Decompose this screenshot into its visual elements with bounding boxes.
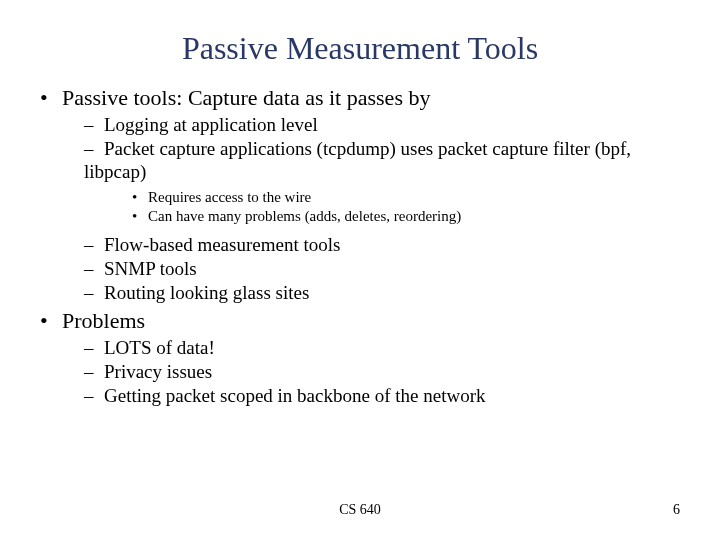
bullet-l2: Flow-based measurement tools	[84, 233, 680, 256]
bullet-l1: Passive tools: Capture data as it passes…	[40, 85, 680, 304]
sub-list: Logging at application level Packet capt…	[40, 113, 680, 304]
bullet-l2: Routing looking glass sites	[84, 281, 680, 304]
bullet-text: Logging at application level	[104, 114, 318, 135]
bullet-text: LOTS of data!	[104, 337, 215, 358]
bullet-text: Getting packet scoped in backbone of the…	[104, 385, 485, 406]
bullet-l3: Requires access to the wire	[132, 188, 680, 208]
sub-sub-list: Requires access to the wire Can have man…	[84, 188, 680, 227]
bullet-l2: Getting packet scoped in backbone of the…	[84, 384, 680, 407]
bullet-l2: Packet capture applications (tcpdump) us…	[84, 137, 680, 226]
slide-title: Passive Measurement Tools	[40, 30, 680, 67]
bullet-text: Requires access to the wire	[148, 189, 311, 205]
bullet-l2: LOTS of data!	[84, 336, 680, 359]
bullet-text: Can have many problems (adds, deletes, r…	[148, 208, 461, 224]
slide: Passive Measurement Tools Passive tools:…	[0, 0, 720, 540]
bullet-l3: Can have many problems (adds, deletes, r…	[132, 207, 680, 227]
bullet-l2: Logging at application level	[84, 113, 680, 136]
bullet-text: Problems	[62, 308, 145, 333]
bullet-l2: SNMP tools	[84, 257, 680, 280]
bullet-text: SNMP tools	[104, 258, 197, 279]
bullet-text: Routing looking glass sites	[104, 282, 309, 303]
bullet-list: Passive tools: Capture data as it passes…	[40, 85, 680, 408]
bullet-l1: Problems LOTS of data! Privacy issues Ge…	[40, 308, 680, 408]
bullet-text: Packet capture applications (tcpdump) us…	[84, 138, 631, 182]
bullet-text: Passive tools: Capture data as it passes…	[62, 85, 430, 110]
sub-list: LOTS of data! Privacy issues Getting pac…	[40, 336, 680, 408]
footer-course: CS 640	[0, 502, 720, 518]
page-number: 6	[673, 502, 680, 518]
bullet-l2: Privacy issues	[84, 360, 680, 383]
bullet-text: Flow-based measurement tools	[104, 234, 340, 255]
bullet-text: Privacy issues	[104, 361, 212, 382]
